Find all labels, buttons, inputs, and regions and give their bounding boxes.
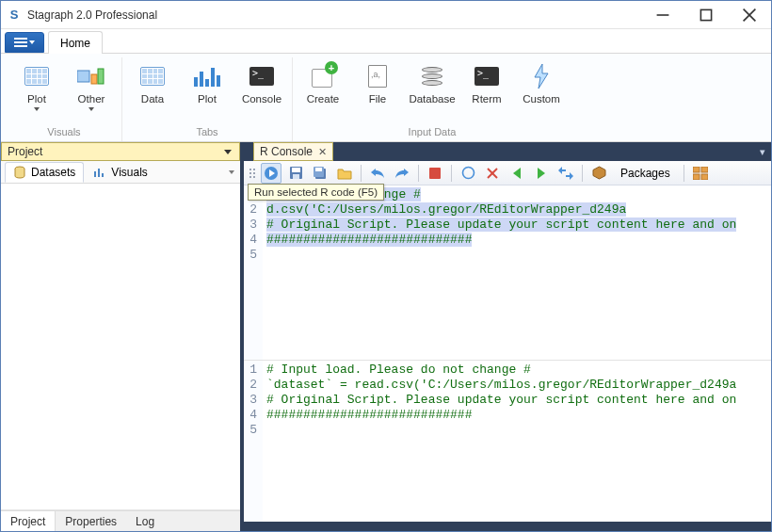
layout-button[interactable] bbox=[690, 163, 711, 184]
ribbon-group-visuals: Plot Other Visuals bbox=[7, 57, 122, 141]
ribbon-input-custom[interactable]: Custom bbox=[519, 57, 564, 123]
ribbon-group-label: Tabs bbox=[130, 123, 284, 141]
project-panel-header[interactable]: Project bbox=[1, 142, 240, 161]
left-bottom-tabs: Project Properties Log bbox=[1, 510, 240, 531]
step-forward-button[interactable] bbox=[531, 163, 552, 184]
svg-rect-16 bbox=[293, 174, 299, 179]
panel-options-icon[interactable]: ▾ bbox=[760, 146, 765, 158]
ribbon-input-database[interactable]: Database bbox=[410, 57, 455, 123]
window-title: Stagraph 2.0 Professional bbox=[27, 8, 157, 22]
bottom-tab-log[interactable]: Log bbox=[126, 511, 164, 531]
svg-rect-32 bbox=[701, 174, 708, 180]
application-menu-button[interactable] bbox=[5, 32, 44, 53]
clear-button[interactable] bbox=[458, 163, 478, 184]
svg-rect-4 bbox=[77, 71, 89, 82]
svg-rect-9 bbox=[94, 171, 96, 177]
script-editor-top[interactable]: 12345 lease do not change #d.csv('C:/Use… bbox=[244, 185, 771, 361]
svg-marker-24 bbox=[513, 168, 521, 179]
script-editor-bottom[interactable]: 12345 # Input load. Please do not change… bbox=[244, 361, 771, 522]
ribbon-visuals-other[interactable]: Other bbox=[69, 57, 114, 123]
maximize-button[interactable] bbox=[684, 1, 728, 29]
ribbon-visuals-plot[interactable]: Plot bbox=[14, 57, 59, 123]
svg-point-21 bbox=[462, 168, 474, 179]
toolbar-grip bbox=[249, 169, 255, 178]
ribbon-input-create[interactable]: Create bbox=[300, 57, 346, 123]
svg-marker-27 bbox=[566, 172, 573, 180]
packages-button[interactable]: Packages bbox=[613, 163, 678, 184]
tab-visuals[interactable]: Visuals bbox=[86, 162, 154, 183]
svg-marker-25 bbox=[538, 168, 545, 179]
step-back-button[interactable] bbox=[507, 163, 527, 184]
bars-icon bbox=[93, 167, 106, 178]
ribbon-input-file[interactable]: File bbox=[355, 57, 400, 123]
svg-marker-26 bbox=[558, 167, 566, 174]
project-panel: Datasets Visuals Project Properties Log bbox=[1, 161, 244, 531]
ribbon-group-tabs: Data Plot Console Tabs bbox=[122, 57, 293, 141]
svg-rect-31 bbox=[693, 174, 700, 180]
panel-header-band: Project R Console ✕ ▾ bbox=[1, 142, 771, 161]
r-console-panel: Run selected R code (F5) Packages bbox=[244, 161, 771, 531]
run-button[interactable]: Run selected R code (F5) bbox=[261, 163, 281, 184]
database-icon bbox=[13, 166, 26, 179]
bottom-tab-project[interactable]: Project bbox=[1, 511, 56, 531]
svg-rect-5 bbox=[91, 74, 97, 84]
undo-button[interactable] bbox=[367, 163, 388, 184]
app-icon: S bbox=[7, 8, 22, 23]
bottom-tab-properties[interactable]: Properties bbox=[56, 511, 126, 531]
svg-rect-20 bbox=[429, 168, 441, 179]
chart-grid-icon bbox=[22, 61, 52, 91]
save-button[interactable] bbox=[285, 163, 306, 184]
chevron-down-icon bbox=[224, 150, 232, 154]
ribbon-group-label: Input Data bbox=[300, 123, 564, 141]
create-icon bbox=[308, 61, 338, 91]
titlebar: S Stagraph 2.0 Professional bbox=[1, 1, 771, 29]
cancel-button[interactable] bbox=[482, 163, 503, 184]
ribbon-input-rterm[interactable]: Rterm bbox=[464, 57, 509, 123]
svg-rect-30 bbox=[701, 167, 708, 172]
ribbon-group-input-data: Create File Database Rterm Custom Input bbox=[293, 57, 571, 141]
tab-r-console[interactable]: R Console ✕ bbox=[253, 142, 333, 161]
project-subtabs: Datasets Visuals bbox=[1, 161, 240, 184]
tab-home[interactable]: Home bbox=[48, 31, 103, 54]
ribbon-tabs-plot[interactable]: Plot bbox=[185, 57, 230, 123]
tab-datasets[interactable]: Datasets bbox=[5, 162, 84, 183]
sync-button[interactable] bbox=[555, 163, 576, 184]
redo-button[interactable] bbox=[392, 163, 412, 184]
ribbon: Plot Other Visuals Data Plot bbox=[1, 54, 771, 142]
terminal-icon bbox=[472, 61, 502, 91]
file-icon bbox=[362, 61, 393, 91]
tab-label: R Console bbox=[260, 145, 313, 158]
workspace: Datasets Visuals Project Properties Log … bbox=[1, 161, 771, 531]
ribbon-group-label: Visuals bbox=[14, 123, 114, 141]
chart-mixed-icon bbox=[76, 61, 106, 91]
svg-rect-11 bbox=[102, 173, 104, 177]
svg-marker-7 bbox=[535, 64, 548, 89]
close-tab-icon[interactable]: ✕ bbox=[318, 146, 327, 158]
close-button[interactable] bbox=[728, 1, 771, 29]
svg-rect-15 bbox=[292, 168, 300, 172]
editor-area: 12345 lease do not change #d.csv('C:/Use… bbox=[244, 185, 771, 522]
svg-rect-1 bbox=[700, 9, 711, 20]
project-tree[interactable] bbox=[1, 184, 240, 510]
svg-rect-10 bbox=[98, 169, 100, 177]
panel-footer-band bbox=[244, 522, 771, 531]
bars-icon bbox=[192, 61, 222, 91]
ribbon-tabs-data[interactable]: Data bbox=[130, 57, 175, 123]
terminal-icon bbox=[247, 61, 277, 91]
tooltip-run-selected: Run selected R code (F5) bbox=[248, 184, 384, 201]
stop-button[interactable] bbox=[425, 163, 445, 184]
table-icon bbox=[137, 61, 168, 91]
svg-rect-19 bbox=[315, 168, 322, 171]
minimize-button[interactable] bbox=[641, 1, 684, 29]
package-button[interactable] bbox=[588, 163, 609, 184]
open-button[interactable] bbox=[334, 163, 355, 184]
svg-marker-28 bbox=[593, 167, 605, 179]
r-console-toolbar: Run selected R code (F5) Packages bbox=[244, 161, 771, 185]
svg-rect-6 bbox=[98, 69, 104, 84]
save-all-button[interactable] bbox=[310, 163, 330, 184]
ribbon-tabs-console[interactable]: Console bbox=[239, 57, 284, 123]
tab-overflow-icon[interactable] bbox=[229, 170, 234, 174]
project-panel-title: Project bbox=[8, 145, 224, 158]
ribbon-tabstrip: Home bbox=[1, 29, 771, 54]
console-panel-header: R Console ✕ ▾ bbox=[249, 142, 771, 161]
